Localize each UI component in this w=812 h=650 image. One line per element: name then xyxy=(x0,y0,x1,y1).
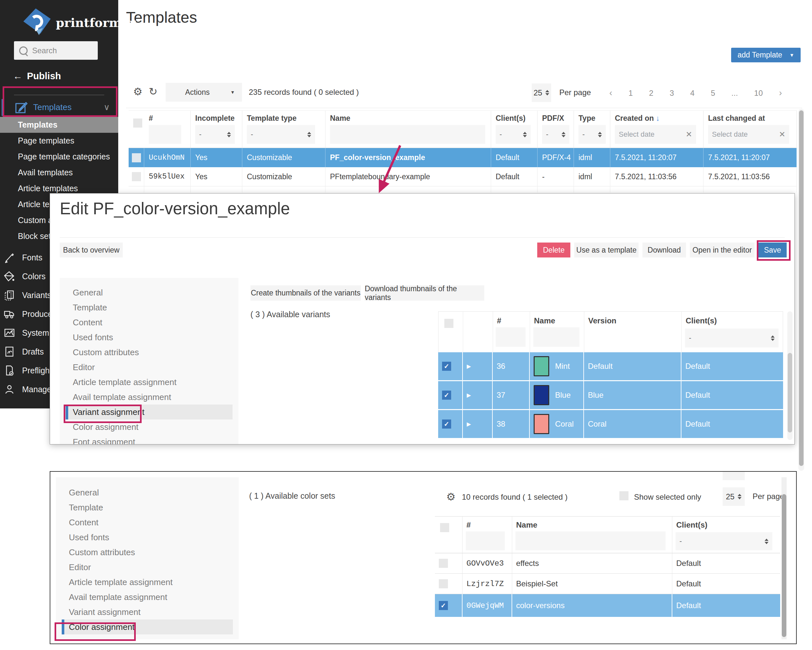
variant-row-mint[interactable]: ✓ ▶ 36 Mint Default Default xyxy=(438,352,783,380)
page-1[interactable]: 1 xyxy=(629,89,633,98)
scrollbar-thumb[interactable] xyxy=(788,353,792,432)
num-filter-input[interactable] xyxy=(496,327,525,347)
select-all-checkbox[interactable] xyxy=(444,319,453,328)
page-10[interactable]: 10 xyxy=(754,89,763,98)
main-scrollbar[interactable] xyxy=(798,109,804,471)
row-checkbox[interactable] xyxy=(132,153,141,162)
clients-filter[interactable]: - xyxy=(496,125,531,144)
row-checkbox-checked[interactable]: ✓ xyxy=(439,601,448,610)
download-button[interactable]: Download xyxy=(643,242,686,257)
dialog-nav-editor[interactable]: Editor xyxy=(66,360,232,374)
dialog-nav-avail-template-assignment[interactable]: Avail template assignment xyxy=(66,390,232,405)
back-to-publish[interactable]: ← Publish xyxy=(13,71,61,82)
printformer-logo-icon xyxy=(20,8,53,37)
variant-row-blue[interactable]: ✓ ▶ 37 Blue Blue Default xyxy=(438,381,783,409)
search-input[interactable]: Search xyxy=(14,41,98,60)
dialog-nav-template[interactable]: Template xyxy=(66,300,232,315)
scrollbar-thumb[interactable] xyxy=(782,494,786,637)
color-set-row[interactable]: Lzjrzl7Z Beispiel-Set Default xyxy=(435,574,780,594)
per-page-select[interactable]: 25 xyxy=(723,487,745,506)
expand-row-icon[interactable]: ▶ xyxy=(467,363,471,370)
expand-row-icon[interactable]: ▶ xyxy=(467,392,471,399)
id-filter-input[interactable] xyxy=(466,531,505,550)
dialog-nav-color-assignment[interactable]: Color assignment xyxy=(66,420,232,434)
page-5[interactable]: 5 xyxy=(711,89,715,98)
dialog-nav-article-template-assignment[interactable]: Article template assignment xyxy=(66,374,232,390)
panel-nav-template[interactable]: Template xyxy=(62,500,233,515)
incomplete-filter[interactable]: - xyxy=(195,125,235,144)
dialog-scrollbar[interactable] xyxy=(787,311,792,440)
panel-nav-variant-assignment[interactable]: Variant assignment xyxy=(62,604,233,620)
page-prev[interactable]: ‹ xyxy=(609,88,612,98)
panel-scrollbar[interactable] xyxy=(781,477,787,639)
last-changed-date-filter[interactable]: Select date✕ xyxy=(708,125,789,144)
gear-icon[interactable]: ⚙ xyxy=(133,85,143,98)
color-set-row[interactable]: GOVvOVe3 effects Default xyxy=(435,553,780,574)
row-checkbox[interactable] xyxy=(132,172,141,181)
pdfx-filter[interactable]: - xyxy=(542,125,569,144)
type-filter[interactable]: - xyxy=(578,125,606,144)
page-4[interactable]: 4 xyxy=(690,89,694,98)
gear-icon[interactable]: ⚙ xyxy=(446,490,456,503)
dialog-nav-used-fonts[interactable]: Used fonts xyxy=(66,330,232,345)
create-thumbnails-button[interactable]: Create thumbnails of the variants xyxy=(250,285,361,301)
expand-row-icon[interactable]: ▶ xyxy=(467,421,471,428)
panel-nav-color-assignment[interactable]: Color assignment xyxy=(62,620,233,635)
panel-nav-custom-attributes[interactable]: Custom attributes xyxy=(62,545,233,560)
sidebar-group-templates[interactable]: Templates ∨ xyxy=(0,98,118,116)
sort-desc-icon[interactable]: ↓ xyxy=(656,114,660,122)
table-row-selected[interactable]: UcukhOmN Yes Customizable PF_color-versi… xyxy=(129,148,797,167)
back-to-overview-button[interactable]: Back to overview xyxy=(60,242,123,257)
panel-nav-article-template-assignment[interactable]: Article template assignment xyxy=(62,575,233,590)
use-as-template-button[interactable]: Use as a template xyxy=(574,242,638,257)
template-type-filter[interactable]: - xyxy=(247,125,315,144)
name-filter-input[interactable] xyxy=(330,125,485,144)
delete-button[interactable]: Delete xyxy=(537,242,570,257)
sidebar-item-page-template-categories[interactable]: Page template categories xyxy=(0,149,118,164)
panel-nav-general[interactable]: General xyxy=(62,485,233,500)
actions-dropdown[interactable]: Actions ▼ xyxy=(166,83,242,102)
row-checkbox-checked[interactable]: ✓ xyxy=(442,362,451,371)
clients-filter[interactable]: - xyxy=(685,329,778,347)
add-template-button[interactable]: add Template ▼ xyxy=(731,48,801,62)
save-button[interactable]: Save xyxy=(759,242,787,257)
dialog-nav-custom-attributes[interactable]: Custom attributes xyxy=(66,345,232,360)
dialog-nav-content[interactable]: Content xyxy=(66,315,232,330)
per-page-select[interactable]: 25 xyxy=(532,84,551,102)
row-checkbox[interactable] xyxy=(439,559,448,568)
download-thumbnails-button[interactable]: Download thumbnails of the variants xyxy=(365,285,484,301)
open-in-editor-button[interactable]: Open in the editor xyxy=(690,242,754,257)
created-on-date-filter[interactable]: Select date✕ xyxy=(615,125,696,144)
panel-nav-content[interactable]: Content xyxy=(62,515,233,530)
page-2[interactable]: 2 xyxy=(649,89,653,98)
dialog-nav-general[interactable]: General xyxy=(66,285,232,300)
system-media-icon xyxy=(4,327,15,338)
dialog-nav-variant-assignment[interactable]: Variant assignment xyxy=(66,405,232,420)
panel-nav-avail-template-assignment[interactable]: Avail template assignment xyxy=(62,590,233,604)
sidebar-item-page-templates[interactable]: Page templates xyxy=(0,133,118,149)
producers-icon xyxy=(4,309,15,320)
refresh-icon[interactable]: ↻ xyxy=(149,85,157,98)
page-next[interactable]: › xyxy=(779,88,782,98)
row-checkbox-checked[interactable]: ✓ xyxy=(442,420,451,429)
scrollbar-thumb[interactable] xyxy=(799,110,804,466)
drafts-icon xyxy=(4,346,15,357)
name-filter-input[interactable] xyxy=(516,531,665,550)
select-all-checkbox[interactable] xyxy=(133,119,142,128)
show-selected-only-checkbox[interactable] xyxy=(620,491,629,500)
page-3[interactable]: 3 xyxy=(670,89,674,98)
dialog-nav-font-assignment[interactable]: Font assignment xyxy=(66,434,232,444)
row-checkbox-checked[interactable]: ✓ xyxy=(442,391,451,400)
table-row[interactable]: 59k5lUex Yes Customizable PFtemplateboun… xyxy=(129,167,797,186)
clients-filter[interactable]: - xyxy=(676,532,772,550)
color-set-row-selected[interactable]: ✓ 0GWejqWM color-versions Default xyxy=(435,594,780,617)
panel-nav-editor[interactable]: Editor xyxy=(62,560,233,575)
variant-row-coral[interactable]: ✓ ▶ 38 Coral Coral Default xyxy=(438,410,783,438)
sidebar-item-avail-templates[interactable]: Avail templates xyxy=(0,164,118,181)
sidebar-item-templates[interactable]: Templates xyxy=(0,117,118,133)
name-filter-input[interactable] xyxy=(533,327,580,347)
panel-nav-used-fonts[interactable]: Used fonts xyxy=(62,530,233,545)
select-all-checkbox[interactable] xyxy=(440,523,449,532)
id-filter-input[interactable] xyxy=(149,125,181,144)
row-checkbox[interactable] xyxy=(439,579,448,588)
